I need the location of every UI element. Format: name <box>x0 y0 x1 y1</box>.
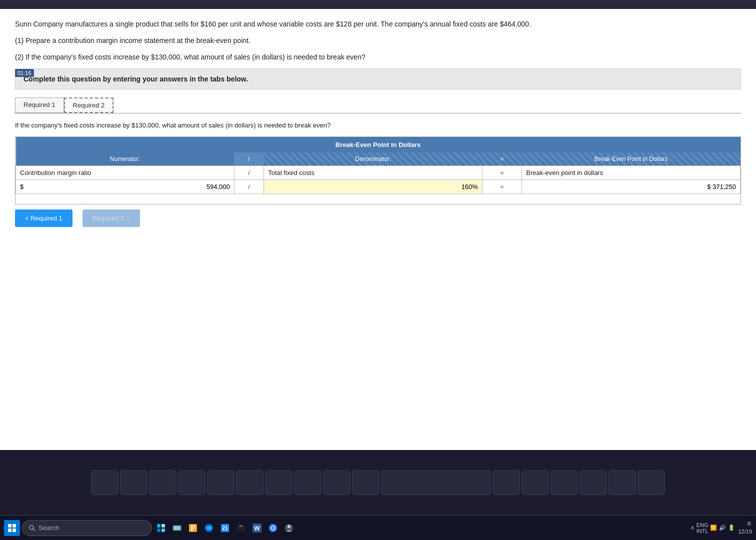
svg-rect-11 <box>174 526 180 530</box>
instructions-line2: (2) If the company's fixed costs increas… <box>15 52 741 62</box>
row1-numerator-label: Contribution margin ratio <box>16 166 234 180</box>
svg-line-5 <box>33 529 35 531</box>
tab-required2[interactable]: Required 2 <box>64 98 114 113</box>
taskbar-clock[interactable]: 8: 12/19 <box>738 520 752 536</box>
taskbar-icon-2[interactable] <box>170 521 184 535</box>
key-9 <box>323 470 350 495</box>
svg-rect-14 <box>190 528 196 528</box>
bezel-top <box>0 0 756 9</box>
col-header-denominator: Denominator: <box>264 152 482 166</box>
key-1 <box>91 470 118 495</box>
svg-rect-8 <box>157 528 160 532</box>
key-13 <box>550 470 578 495</box>
key-5 <box>207 470 234 495</box>
key-4 <box>178 470 206 495</box>
taskbar-search[interactable]: Search <box>22 520 152 536</box>
taskbar-icon-1[interactable] <box>154 521 168 535</box>
svg-rect-15 <box>190 530 194 530</box>
svg-rect-3 <box>12 528 16 532</box>
taskbar-right: ∧ ENG INTL 🛜 🔊 🔋 8: 12/19 <box>690 520 752 536</box>
question-intro-text: Sunn Company manufactures a single produ… <box>15 19 741 30</box>
svg-text:W: W <box>254 525 260 532</box>
sys-tray: ∧ ENG INTL 🛜 🔊 🔋 <box>690 522 736 534</box>
svg-rect-6 <box>157 524 160 528</box>
lang-label: ENG INTL <box>696 522 708 534</box>
key-6 <box>236 470 264 495</box>
taskbar-icon-3[interactable] <box>186 521 200 535</box>
question-intro-wrapper: 01:16 Sunn Company manufactures a single… <box>15 19 741 62</box>
svg-rect-2 <box>8 528 12 532</box>
instructions-line1: (1) Prepare a contribution margin income… <box>15 36 741 46</box>
tab-required1[interactable]: Required 1 <box>15 98 64 113</box>
taskbar-icon-chrome[interactable] <box>266 521 280 535</box>
row2-result-cell: $ 371,250 <box>522 180 740 194</box>
taskbar-icon-edge[interactable] <box>202 521 216 535</box>
search-label: Search <box>38 524 59 532</box>
svg-rect-9 <box>162 528 165 532</box>
volume-icon[interactable]: 🔊 <box>719 524 726 531</box>
buttons-row: < Required 1 Required 2 > <box>15 210 741 227</box>
clock-date: 12/19 <box>738 528 752 536</box>
key-11 <box>492 470 520 495</box>
svg-rect-1 <box>12 524 16 528</box>
svg-text:21: 21 <box>222 526 228 531</box>
tabs-container: Required 1 Required 2 <box>15 98 741 114</box>
taskbar-icon-6[interactable] <box>282 521 296 535</box>
svg-point-4 <box>30 526 34 530</box>
btn-required1[interactable]: < Required 1 <box>15 210 72 227</box>
instruction-box: Complete this question by entering your … <box>15 68 741 90</box>
wifi-icon[interactable]: 🛜 <box>710 524 717 531</box>
row2-numerator-cell: $ 594,000 <box>16 180 234 194</box>
break-even-table: Break-Even Point in Dollars Numerator: /… <box>16 137 740 194</box>
svg-point-25 <box>272 526 274 530</box>
col-header-equals: = <box>482 152 522 166</box>
key-16 <box>638 470 665 495</box>
timer-badge: 01:16 <box>15 69 34 77</box>
svg-rect-20 <box>239 525 243 527</box>
taskbar-icon-4[interactable]: 21 <box>218 521 232 535</box>
row2-denominator-cell: 160% <box>264 180 482 194</box>
taskbar: Search 21 <box>0 515 756 540</box>
key-10 <box>352 470 380 495</box>
row1-result-label: Break-even point in dollars <box>522 166 740 180</box>
row1-denominator-label: Total fixed costs <box>264 166 482 180</box>
svg-rect-13 <box>190 526 196 526</box>
table-row-values: $ 594,000 / 160% = $ <box>16 180 740 194</box>
row1-equals: = <box>482 166 522 180</box>
clock-time: 8: <box>738 520 752 528</box>
battery-icon[interactable]: 🔋 <box>728 524 735 531</box>
taskbar-icon-5[interactable] <box>234 521 248 535</box>
col-header-numerator: Numerator: <box>16 152 234 166</box>
key-12 <box>522 470 549 495</box>
svg-rect-7 <box>162 524 165 528</box>
btn-required2[interactable]: Required 2 > <box>82 210 140 227</box>
key-7 <box>265 470 292 495</box>
svg-point-27 <box>288 525 290 528</box>
keyboard-area <box>0 450 756 515</box>
key-15 <box>608 470 636 495</box>
start-button[interactable] <box>4 520 20 536</box>
row1-slash: / <box>234 166 264 180</box>
key-spacebar <box>381 470 491 495</box>
screen: 01:16 Sunn Company manufactures a single… <box>0 0 756 450</box>
taskbar-icon-word[interactable]: W <box>250 521 264 535</box>
key-3 <box>149 470 176 495</box>
question-line: If the company's fixed costs increase by… <box>15 120 741 130</box>
content-area: 01:16 Sunn Company manufactures a single… <box>0 9 756 450</box>
table-row-labels: Contribution margin ratio / Total fixed … <box>16 166 740 180</box>
key-14 <box>580 470 607 495</box>
key-2 <box>120 470 148 495</box>
break-even-table-wrapper: Break-Even Point in Dollars Numerator: /… <box>15 136 741 204</box>
chevron-up-icon[interactable]: ∧ <box>690 524 694 531</box>
col-header-slash: / <box>234 152 264 166</box>
col-header-result: Break-Even Point in Dollars <box>522 152 740 166</box>
svg-rect-0 <box>8 524 12 528</box>
table-main-header: Break-Even Point in Dollars <box>16 137 740 152</box>
key-8 <box>294 470 322 495</box>
row2-slash: / <box>234 180 264 194</box>
row2-equals: = <box>482 180 522 194</box>
